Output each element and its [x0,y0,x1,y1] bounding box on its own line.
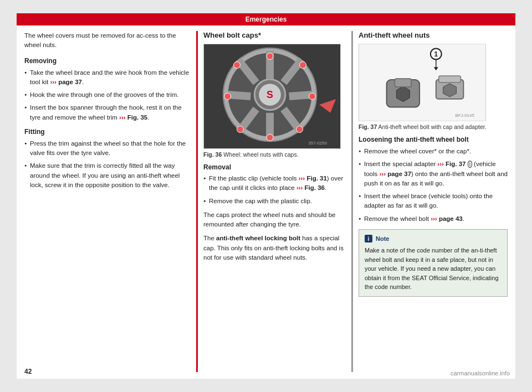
caps-para2: The anti-theft wheel locking bolt has a … [203,234,346,262]
note-box: i Note Make a note of the code number of… [359,229,508,297]
loosening-heading: Loosening the anti-theft wheel bolt [359,136,508,143]
svg-rect-24 [359,44,485,121]
anti-theft-image: 1 [359,44,486,121]
svg-point-15 [300,62,306,69]
fig37-text: Anti-theft wheel bolt with cap and adapt… [378,123,487,130]
svg-text:1: 1 [434,50,438,58]
note-icon: i [365,235,372,243]
page: Emergencies The wheel covers must be rem… [17,13,515,379]
page-number: 42 [24,368,32,375]
intro-text: The wheel covers must be removed for ac-… [24,31,191,50]
list-item: Press the trim against the wheel so that… [24,139,191,158]
wheel-bolt-caps-title: Wheel bolt caps* [203,31,346,39]
list-item: Remove the wheel bolt ››› page 43. [359,214,508,224]
fig37-caption: Fig. 37 Anti-theft wheel bolt with cap a… [359,123,508,130]
svg-rect-34 [439,76,461,82]
fig37-num: Fig. 37 [359,123,377,130]
caps-para1: The caps protect the wheel nuts and shou… [203,210,346,230]
list-item: Insert the box spanner through the hook,… [24,103,191,122]
list-item: Insert the wheel brace (vehicle tools) o… [359,192,508,211]
watermark: carmanualsonline.info [451,370,510,376]
fitting-heading: Fitting [24,128,191,136]
svg-text:BFJ-0145: BFJ-0145 [455,113,474,118]
svg-point-14 [267,53,273,60]
list-item: Remove the cap with the plastic clip. [203,197,346,206]
svg-point-18 [267,134,273,141]
svg-point-17 [296,126,303,133]
svg-point-16 [309,93,315,100]
note-text: Make a note of the code number of the an… [365,247,499,290]
fig36-caption: Fig. 36 Wheel: wheel nuts with caps. [203,151,346,158]
right-column: Anti-theft wheel nuts 1 [351,31,508,372]
removal-heading: Removal [203,163,346,171]
svg-point-20 [224,93,231,100]
wheel-image: S [203,44,341,149]
middle-column: Wheel bolt caps* S [196,31,346,372]
svg-point-19 [237,126,244,133]
top-bar: Emergencies [17,13,515,25]
content-area: The wheel covers must be removed for ac-… [17,25,515,378]
anti-theft-title: Anti-theft wheel nuts [359,31,508,39]
list-item: Fit the plastic clip (vehicle tools ››› … [203,174,346,193]
svg-text:357-0250: 357-0250 [308,141,327,146]
list-item: Remove the wheel cover* or the cap*. [359,147,508,156]
svg-rect-31 [395,79,411,87]
list-item: Hook the wire through one of the grooves… [24,90,191,100]
list-item: Make sure that the trim is correctly fit… [24,161,191,190]
svg-point-21 [234,62,241,69]
svg-text:S: S [267,89,273,100]
left-column: The wheel covers must be removed for ac-… [24,31,191,372]
note-header: i Note [365,234,502,244]
list-item: Insert the special adapter ››› Fig. 37 i… [359,159,508,188]
fig36-text: Wheel: wheel nuts with caps. [223,151,298,158]
fig36-num: Fig. 36 [203,151,222,158]
list-item: Take the wheel brace and the wire hook f… [24,68,191,87]
removing-heading: Removing [24,57,191,65]
note-label: Note [376,234,389,244]
top-bar-label: Emergencies [245,16,287,23]
